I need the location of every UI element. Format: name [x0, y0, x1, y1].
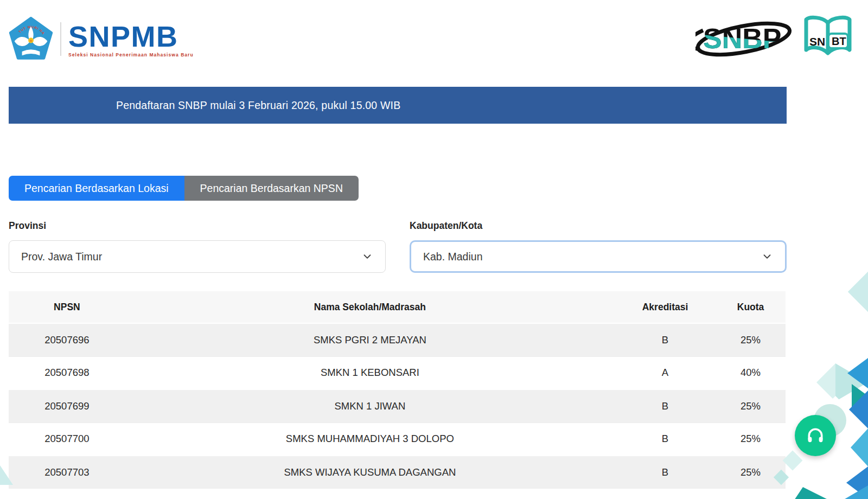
cell-akreditasi: B	[615, 389, 716, 423]
cell-nama: SMKN 1 JIWAN	[125, 389, 615, 423]
column-header-kuota: Kuota	[716, 291, 786, 323]
snbt-logo-bt: BT	[832, 35, 846, 47]
decorative-diamond	[848, 271, 868, 312]
tab-pencarian-npsn[interactable]: Pencarian Berdasarkan NPSN	[184, 176, 359, 201]
snpmb-logo-text: SNPMB	[68, 21, 194, 52]
schools-table: NPSN Nama Sekolah/Madrasah Akreditasi Ku…	[9, 291, 786, 489]
cell-akreditasi: B	[615, 456, 716, 489]
snbt-logo: SN BT	[803, 15, 853, 63]
page-header: TUT WURI HANDAYANI SNPMB Seleksi Nasiona…	[9, 13, 853, 65]
cell-npsn: 20507696	[9, 323, 125, 356]
help-fab-button[interactable]	[795, 415, 836, 456]
announcement-banner: Pendaftaran SNBP mulai 3 Februari 2026, …	[9, 87, 787, 124]
cell-kuota: 25%	[716, 456, 786, 489]
column-header-akreditasi: Akreditasi	[615, 291, 716, 323]
decorative-triangle-left	[0, 465, 13, 485]
table-row[interactable]: 20507703 SMKS WIJAYA KUSUMA DAGANGAN B 2…	[9, 456, 786, 489]
snbp-logo: SNBP SNBP	[695, 16, 792, 62]
snpmb-brand: TUT WURI HANDAYANI SNPMB Seleksi Nasiona…	[9, 17, 194, 61]
provinsi-select[interactable]: Prov. Jawa Timur	[9, 240, 386, 273]
brand-divider	[60, 22, 61, 56]
tab-label: Pencarian Berdasarkan Lokasi	[24, 182, 169, 195]
cell-npsn: 20507698	[9, 356, 125, 389]
table-row[interactable]: 20507700 SMKS MUHAMMADIYAH 3 DOLOPO B 25…	[9, 423, 786, 456]
kabupaten-label: Kabupaten/Kota	[410, 220, 787, 232]
cell-nama: SMKS WIJAYA KUSUMA DAGANGAN	[125, 456, 615, 489]
cell-nama: SMKS PGRI 2 MEJAYAN	[125, 323, 615, 356]
provinsi-label: Provinsi	[9, 220, 386, 232]
search-tabs: Pencarian Berdasarkan Lokasi Pencarian B…	[9, 176, 359, 201]
snpmb-logo-subtitle: Seleksi Nasional Penerimaan Mahasiswa Ba…	[68, 52, 194, 57]
cell-kuota: 25%	[716, 389, 786, 423]
cell-akreditasi: B	[615, 323, 716, 356]
cell-npsn: 20507700	[9, 423, 125, 456]
table-header-row: NPSN Nama Sekolah/Madrasah Akreditasi Ku…	[9, 291, 786, 323]
chevron-down-icon	[761, 251, 773, 263]
table-row[interactable]: 20507696 SMKS PGRI 2 MEJAYAN B 25%	[9, 323, 786, 356]
ministry-logo-icon: TUT WURI HANDAYANI	[9, 17, 53, 61]
provinsi-selected-value: Prov. Jawa Timur	[21, 251, 102, 263]
kabupaten-select[interactable]: Kab. Madiun	[410, 240, 787, 273]
kabupaten-selected-value: Kab. Madiun	[423, 251, 483, 263]
cell-nama: SMKS MUHAMMADIYAH 3 DOLOPO	[125, 423, 615, 456]
table-row[interactable]: 20507699 SMKN 1 JIWAN B 25%	[9, 389, 786, 423]
announcement-text: Pendaftaran SNBP mulai 3 Februari 2026, …	[116, 99, 400, 112]
tab-pencarian-lokasi[interactable]: Pencarian Berdasarkan Lokasi	[9, 176, 184, 201]
column-header-nama: Nama Sekolah/Madrasah	[125, 291, 615, 323]
cell-npsn: 20507699	[9, 389, 125, 423]
cell-akreditasi: A	[615, 356, 716, 389]
cell-kuota: 25%	[716, 323, 786, 356]
snbt-logo-sn: SN	[809, 35, 825, 48]
cell-nama: SMKN 1 KEBONSARI	[125, 356, 615, 389]
headphones-icon	[806, 426, 825, 445]
table-row[interactable]: 20507698 SMKN 1 KEBONSARI A 40%	[9, 356, 786, 389]
cell-kuota: 25%	[716, 423, 786, 456]
tab-label: Pencarian Berdasarkan NPSN	[200, 182, 343, 195]
cell-kuota: 40%	[716, 356, 786, 389]
chevron-down-icon	[361, 251, 373, 263]
cell-npsn: 20507703	[9, 456, 125, 489]
cell-akreditasi: B	[615, 423, 716, 456]
column-header-npsn: NPSN	[9, 291, 125, 323]
